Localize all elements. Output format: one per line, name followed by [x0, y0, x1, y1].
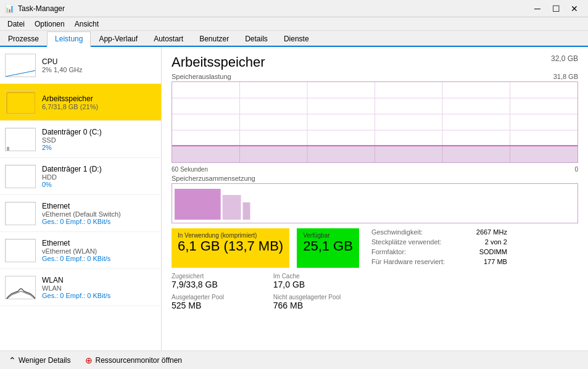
- speed-row: Geschwindigkeit: 2667 MHz: [371, 228, 507, 236]
- disk0-sub: SSD: [42, 136, 156, 144]
- tab-leistung[interactable]: Leistung: [47, 31, 91, 47]
- ram-thumbnail: [5, 91, 36, 114]
- sidebar-item-wlan[interactable]: WLAN WLAN Ges.: 0 Empf.: 0 KBit/s: [0, 269, 161, 306]
- cpu-sub: 2% 1,40 GHz: [42, 66, 156, 73]
- svg-rect-21: [175, 189, 221, 220]
- nonpaged-stat: Nicht ausgelagerter Pool 766 MB: [273, 294, 375, 310]
- tab-app-verlauf[interactable]: App-Verlauf: [91, 31, 146, 46]
- sidebar: CPU 2% 1,40 GHz Arbeitsspeicher 6,7/31,8…: [0, 47, 162, 350]
- hw-row: Für Hardware reserviert: 177 MB: [371, 258, 507, 265]
- sidebar-item-cpu[interactable]: CPU 2% 1,40 GHz: [0, 47, 161, 84]
- maximize-button[interactable]: ☐: [547, 2, 565, 15]
- paged-value: 525 MB: [172, 301, 273, 310]
- eth0-info: Ethernet vEthernet (Default Switch) Ges.…: [42, 202, 156, 225]
- sidebar-item-disk0[interactable]: Datenträger 0 (C:) SSD 2%: [0, 121, 161, 158]
- tab-dienste[interactable]: Dienste: [276, 31, 317, 46]
- eth0-detail: Ges.: 0 Empf.: 0 KBit/s: [42, 218, 156, 225]
- right-stats: Geschwindigkeit: 2667 MHz Steckplätze ve…: [371, 228, 507, 268]
- sidebar-item-eth0[interactable]: Ethernet vEthernet (Default Switch) Ges.…: [0, 195, 161, 232]
- slots-value: 2 von 2: [485, 238, 507, 246]
- stat-green-value: 25,1 GB: [303, 239, 353, 254]
- svg-rect-2: [7, 93, 35, 114]
- cpu-thumbnail: [5, 54, 36, 77]
- ram-info: Arbeitsspeicher 6,7/31,8 GB (21%): [42, 94, 156, 110]
- total-ram: 32,0 GB: [551, 54, 578, 63]
- app-icon: 📊: [5, 4, 14, 13]
- cache-value: 17,0 GB: [273, 280, 375, 289]
- disk1-sub: HDD: [42, 173, 156, 181]
- svg-rect-5: [6, 165, 36, 188]
- secondary-stats: Zugesichert 7,9/33,8 GB Im Cache 17,0 GB…: [172, 273, 578, 312]
- title-bar-right: ─ ☐ ✕: [529, 2, 583, 15]
- lower-graph: [172, 183, 578, 223]
- eth1-thumbnail: [5, 239, 36, 262]
- disk1-thumbnail: [5, 165, 36, 188]
- wlan-title: WLAN: [42, 276, 156, 284]
- main-content: CPU 2% 1,40 GHz Arbeitsspeicher 6,7/31,8…: [0, 47, 588, 350]
- page-title: Arbeitsspeicher: [172, 54, 265, 70]
- committed-stat: Zugesichert 7,9/33,8 GB: [172, 273, 273, 289]
- speed-value: 2667 MHz: [476, 228, 507, 236]
- ram-sub: 6,7/31,8 GB (21%): [42, 103, 156, 110]
- committed-value: 7,9/33,8 GB: [172, 280, 273, 289]
- tab-benutzer[interactable]: Benutzer: [191, 31, 237, 46]
- speed-label: Geschwindigkeit:: [371, 228, 423, 236]
- sidebar-item-ram[interactable]: Arbeitsspeicher 6,7/31,8 GB (21%): [0, 84, 161, 121]
- cpu-title: CPU: [42, 57, 156, 66]
- svg-rect-6: [6, 202, 36, 225]
- form-value: SODIMM: [479, 248, 507, 255]
- close-button[interactable]: ✕: [566, 2, 583, 15]
- disk0-title: Datenträger 0 (C:): [42, 128, 156, 136]
- menu-bar: Datei Optionen Ansicht: [0, 17, 588, 31]
- bottom-bar: ⌃ Weniger Details ⊕ Ressourcenmonitor öf…: [0, 350, 588, 369]
- upper-graph: [172, 81, 578, 163]
- svg-marker-19: [172, 146, 578, 162]
- stats-row: In Verwendung (komprimiert) 6,1 GB (13,7…: [172, 228, 578, 268]
- stat-in-verwendung: In Verwendung (komprimiert) 6,1 GB (13,7…: [172, 228, 289, 268]
- slots-label: Steckplätze verwendet:: [371, 238, 442, 246]
- time-left: 60 Sekunden: [172, 166, 208, 173]
- slots-row: Steckplätze verwendet: 2 von 2: [371, 238, 507, 246]
- form-label: Formfaktor:: [371, 248, 406, 255]
- resource-monitor-button[interactable]: ⊕ Ressourcenmonitor öffnen: [83, 354, 184, 367]
- minimize-button[interactable]: ─: [529, 2, 546, 15]
- chevron-up-icon: ⌃: [9, 355, 16, 365]
- eth1-title: Ethernet: [42, 239, 156, 247]
- lower-graph-label: Speicherzusammensetzung: [172, 175, 578, 182]
- hw-value: 177 MB: [484, 258, 507, 265]
- form-row: Formfaktor: SODIMM: [371, 248, 507, 255]
- less-details-label: Weniger Details: [19, 356, 70, 365]
- menu-optionen[interactable]: Optionen: [30, 19, 70, 30]
- disk0-detail: 2%: [42, 144, 156, 151]
- paged-label: Ausgelagerter Pool: [172, 294, 273, 301]
- disk0-info: Datenträger 0 (C:) SSD 2%: [42, 128, 156, 151]
- graph-upper-right: 31,8 GB: [553, 73, 578, 80]
- svg-rect-3: [6, 128, 36, 151]
- menu-ansicht[interactable]: Ansicht: [70, 19, 104, 30]
- eth0-title: Ethernet: [42, 202, 156, 210]
- disk1-title: Datenträger 1 (D:): [42, 165, 156, 173]
- stat-yellow-value: 6,1 GB (13,7 MB): [178, 239, 283, 254]
- window-title: Task-Manager: [18, 4, 65, 13]
- menu-datei[interactable]: Datei: [2, 19, 30, 30]
- cache-label: Im Cache: [273, 273, 375, 280]
- tab-prozesse[interactable]: Prozesse: [0, 31, 47, 46]
- tab-autostart[interactable]: Autostart: [146, 31, 191, 46]
- cache-stat: Im Cache 17,0 GB: [273, 273, 375, 289]
- title-bar-left: 📊 Task-Manager: [5, 4, 65, 13]
- sidebar-item-eth1[interactable]: Ethernet vEthernet (WLAN) Ges.: 0 Empf.:…: [0, 232, 161, 269]
- tab-details[interactable]: Details: [237, 31, 276, 46]
- less-details-button[interactable]: ⌃ Weniger Details: [6, 354, 73, 367]
- eth1-info: Ethernet vEthernet (WLAN) Ges.: 0 Empf.:…: [42, 239, 156, 262]
- wlan-thumbnail: [5, 276, 36, 299]
- svg-rect-4: [7, 147, 9, 151]
- disk0-thumbnail: [5, 128, 36, 151]
- content-header: Arbeitsspeicher 32,0 GB: [172, 54, 578, 70]
- cpu-info: CPU 2% 1,40 GHz: [42, 57, 156, 73]
- stat-verfugbar: Verfügbar 25,1 GB: [297, 228, 359, 268]
- svg-rect-23: [242, 202, 250, 220]
- graph-upper-label-row: Speicherauslastung 31,8 GB: [172, 73, 578, 80]
- graph-canvas: [172, 82, 578, 162]
- sidebar-item-disk1[interactable]: Datenträger 1 (D:) HDD 0%: [0, 158, 161, 195]
- eth1-sub: vEthernet (WLAN): [42, 247, 156, 255]
